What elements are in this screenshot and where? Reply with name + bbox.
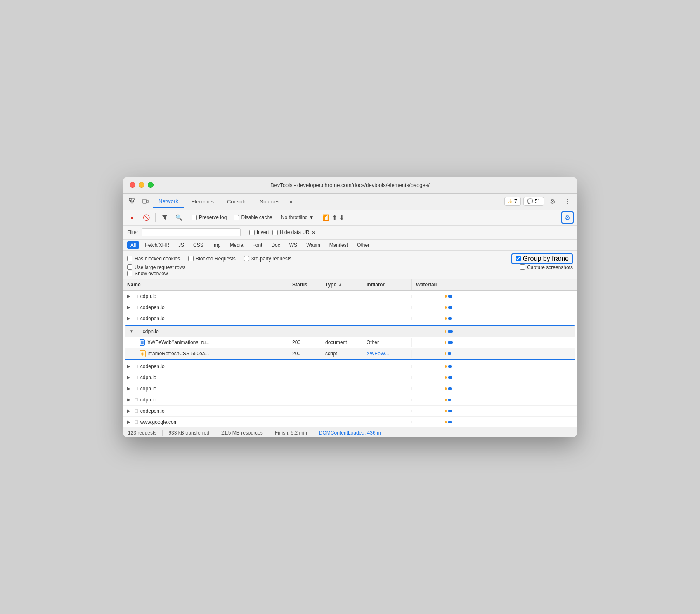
table-row[interactable]: ◈ iframeRefreshCSS-550ea... 200 script X…	[125, 348, 575, 359]
expand-icon[interactable]: ▶	[127, 294, 132, 298]
disable-cache-label[interactable]: Disable cache	[234, 215, 272, 220]
header-waterfall[interactable]: Waterfall	[412, 279, 577, 290]
third-party-text: 3rd-party requests	[251, 256, 291, 262]
tab-network[interactable]: Network	[153, 196, 184, 208]
filter-type-fetchxhr[interactable]: Fetch/XHR	[142, 241, 173, 249]
has-blocked-cookies-checkbox[interactable]	[127, 256, 132, 261]
separator2	[188, 213, 188, 222]
throttle-select[interactable]: No throttling ▼	[279, 214, 316, 221]
show-overview-label[interactable]: Show overview	[127, 271, 168, 276]
use-large-rows-checkbox[interactable]	[127, 264, 132, 270]
cell-name: ◈ iframeRefreshCSS-550ea...	[125, 349, 288, 358]
filter-type-img[interactable]: Img	[209, 241, 224, 249]
filter-type-media[interactable]: Media	[227, 241, 247, 249]
more-tabs-icon[interactable]: »	[287, 197, 295, 206]
table-row[interactable]: ▼ □ cdpn.io	[125, 326, 575, 337]
warning-badge[interactable]: ⚠ 7	[504, 197, 521, 206]
title-bar: DevTools - developer.chrome.com/docs/dev…	[123, 177, 577, 194]
options-right: Group by frame	[511, 253, 573, 264]
filter-type-other[interactable]: Other	[354, 241, 373, 249]
expand-icon[interactable]: ▶	[127, 364, 132, 368]
table-row[interactable]: ≡ XWEeWdb?animations=ru... 200 document …	[125, 337, 575, 348]
table-row[interactable]: ▶ □ codepen.io	[123, 313, 577, 324]
show-overview-checkbox[interactable]	[127, 271, 132, 276]
third-party-checkbox[interactable]	[244, 256, 249, 261]
preserve-log-text: Preserve log	[199, 215, 227, 220]
capture-screenshots-label[interactable]: Capture screenshots	[520, 264, 573, 270]
table-row[interactable]: ▶ □ codepen.io	[123, 361, 577, 372]
blocked-requests-label[interactable]: Blocked Requests	[188, 256, 236, 262]
expand-icon[interactable]: ▶	[127, 397, 132, 402]
clear-button[interactable]: 🚫	[140, 212, 152, 223]
tab-sources[interactable]: Sources	[254, 196, 286, 207]
filter-type-wasm[interactable]: Wasm	[303, 241, 324, 249]
table-row[interactable]: ▶ □ cdpn.io	[123, 394, 577, 406]
tab-elements[interactable]: Elements	[186, 196, 220, 207]
folder-icon: □	[135, 374, 138, 380]
table-row[interactable]: ▶ □ cdpn.io	[123, 383, 577, 394]
filter-type-js[interactable]: JS	[175, 241, 187, 249]
expand-icon[interactable]: ▶	[127, 375, 132, 380]
header-status[interactable]: Status	[288, 279, 321, 290]
filter-icon[interactable]	[159, 212, 170, 223]
filter-type-all[interactable]: All	[127, 241, 139, 249]
preserve-log-label[interactable]: Preserve log	[192, 215, 227, 220]
cell-type: document	[321, 338, 362, 347]
header-type[interactable]: Type ▲	[321, 279, 362, 290]
settings-icon[interactable]: ⚙	[546, 195, 559, 208]
blocked-requests-checkbox[interactable]	[188, 256, 194, 261]
table-row[interactable]: ▶ □ cdpn.io	[123, 372, 577, 383]
message-badge[interactable]: 💬 51	[523, 197, 544, 206]
inspect-element-icon[interactable]	[126, 196, 138, 207]
tab-console[interactable]: Console	[221, 196, 253, 207]
invert-checkbox[interactable]	[249, 230, 255, 235]
download-icon[interactable]: ⬇	[339, 214, 344, 222]
wifi-icon: 📶	[322, 214, 329, 221]
svg-marker-3	[162, 215, 167, 220]
use-large-rows-label[interactable]: Use large request rows	[127, 264, 185, 270]
expand-icon[interactable]: ▶	[127, 420, 132, 424]
table-row[interactable]: ▶ □ codepen.io	[123, 302, 577, 313]
device-toolbar-icon[interactable]	[140, 196, 151, 207]
expand-icon[interactable]: ▶	[127, 316, 132, 321]
folder-icon: □	[135, 293, 138, 299]
capture-screenshots-checkbox[interactable]	[520, 264, 525, 270]
group-by-frame-checkbox[interactable]	[516, 256, 521, 261]
hide-data-urls-label[interactable]: Hide data URLs	[272, 229, 315, 235]
third-party-label[interactable]: 3rd-party requests	[244, 256, 291, 262]
initiator-link[interactable]: XWEeW...	[367, 351, 389, 357]
filter-type-doc[interactable]: Doc	[268, 241, 283, 249]
table-row[interactable]: ▶ □ cdpn.io	[123, 291, 577, 302]
disable-cache-checkbox[interactable]	[234, 215, 239, 220]
preserve-log-checkbox[interactable]	[192, 215, 197, 220]
expand-icon[interactable]: ▶	[127, 305, 132, 309]
filter-input[interactable]	[142, 228, 241, 236]
close-button[interactable]	[130, 182, 135, 188]
table-row[interactable]: ▶ □ www.google.com	[123, 417, 577, 428]
filter-type-font[interactable]: Font	[249, 241, 265, 249]
hide-data-urls-checkbox[interactable]	[272, 230, 278, 235]
has-blocked-cookies-label[interactable]: Has blocked cookies	[127, 256, 180, 262]
search-icon[interactable]: 🔍	[173, 212, 184, 223]
options-row-3: Show overview	[123, 271, 577, 279]
header-initiator[interactable]: Initiator	[362, 279, 412, 290]
table-row[interactable]: ▶ □ codepen.io	[123, 406, 577, 417]
expand-icon[interactable]: ▶	[127, 409, 132, 413]
upload-icon[interactable]: ⬆	[332, 214, 337, 222]
highlighted-group: ▼ □ cdpn.io ≡ XWEeWdb?a	[125, 325, 575, 360]
filter-label: Filter	[127, 229, 138, 235]
maximize-button[interactable]	[148, 182, 154, 188]
separator4	[276, 213, 276, 222]
header-name[interactable]: Name	[123, 279, 288, 290]
record-button[interactable]: ●	[126, 212, 138, 223]
filter-type-ws[interactable]: WS	[286, 241, 300, 249]
minimize-button[interactable]	[139, 182, 144, 188]
network-settings-button[interactable]: ⚙	[561, 211, 574, 224]
filter-type-manifest[interactable]: Manifest	[326, 241, 351, 249]
table-header: Name Status Type ▲ Initiator Waterfall	[123, 279, 577, 291]
filter-type-css[interactable]: CSS	[190, 241, 207, 249]
invert-label[interactable]: Invert	[249, 229, 269, 235]
expand-icon[interactable]: ▼	[130, 329, 135, 333]
expand-icon[interactable]: ▶	[127, 386, 132, 391]
more-options-icon[interactable]: ⋮	[561, 195, 574, 208]
